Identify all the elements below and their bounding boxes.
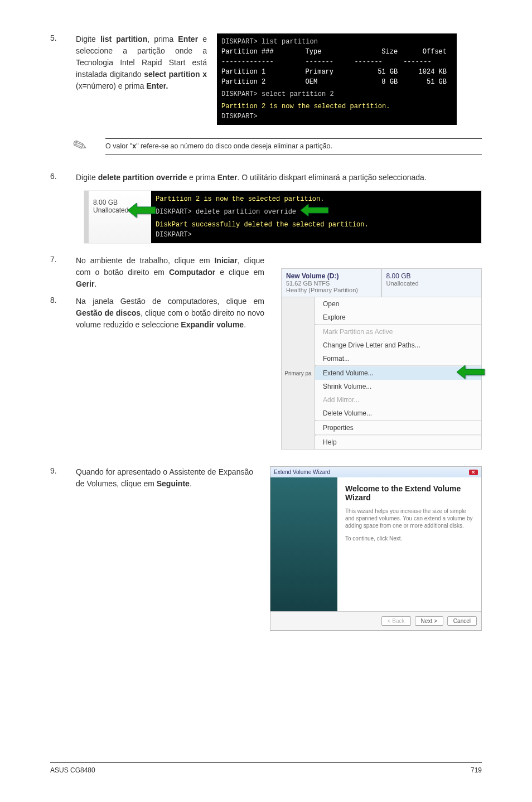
green-arrow-icon [457, 365, 485, 380]
menu-mark-active: Mark Partition as Active [315, 325, 481, 339]
disk-management-panel: New Volume (D:) 51.62 GB NTFS Healthy (P… [281, 268, 482, 450]
step6-text: Digite delete partition override e prima… [76, 172, 482, 183]
close-icon[interactable]: ✕ [469, 470, 478, 475]
green-arrow-icon [301, 204, 328, 220]
menu-extend-volume[interactable]: Extend Volume... [315, 366, 481, 380]
menu-explore[interactable]: Explore [315, 311, 481, 324]
menu-add-mirror: Add Mirror... [315, 393, 481, 407]
primary-partition-label: Primary pa [282, 297, 315, 449]
wizard-desc: This wizard helps you increase the size … [345, 508, 473, 529]
footer-page: 719 [471, 766, 482, 774]
wizard-heading: Welcome to the Extend Volume Wizard [345, 484, 473, 502]
step8-text: Na janela Gestão de computadores, clique… [76, 296, 264, 331]
next-button[interactable]: Next > [415, 616, 443, 626]
cancel-button[interactable]: Cancel [447, 616, 477, 626]
step6-num: 6. [50, 172, 66, 183]
svg-marker-1 [301, 204, 328, 216]
step5-num: 5. [50, 33, 66, 125]
menu-open[interactable]: Open [315, 297, 481, 311]
extend-volume-wizard: Extend Volume Wizard ✕ Welcome to the Ex… [270, 466, 482, 631]
context-menu: Open Explore Mark Partition as Active Ch… [315, 297, 481, 449]
menu-delete-volume[interactable]: Delete Volume... [315, 407, 481, 420]
unallocated-header[interactable]: 8.00 GB Unallocated [382, 269, 482, 297]
wizard-side-graphic [270, 477, 337, 611]
green-arrow-icon [128, 203, 156, 219]
menu-shrink-volume[interactable]: Shrink Volume... [315, 380, 481, 393]
step7-text: No ambiente de trabalho, clique em Inici… [76, 255, 264, 290]
menu-help[interactable]: Help [315, 436, 481, 449]
step9-text: Quando for apresentado o Assistente de E… [76, 466, 253, 490]
menu-change-drive[interactable]: Change Drive Letter and Paths... [315, 339, 481, 352]
menu-format[interactable]: Format... [315, 352, 481, 365]
step9-num: 9. [50, 466, 66, 490]
step8-num: 8. [50, 296, 66, 331]
pen-icon: ✎ [70, 132, 94, 157]
note-block: ✎ O valor "x" refere-se ao número do dis… [50, 135, 482, 155]
footer-left: ASUS CG8480 [50, 766, 95, 774]
volume-header[interactable]: New Volume (D:) 51.62 GB NTFS Healthy (P… [282, 269, 382, 297]
step5-text: Digite list partition, prima Enter e sel… [76, 33, 207, 125]
svg-marker-2 [457, 365, 485, 379]
diskpart-terminal-2: Partition 2 is now the selected partitio… [151, 191, 481, 243]
unallocated-box: 8.00 GB Unallocated [84, 191, 151, 243]
note-text: O valor "x" refere-se ao número do disco… [105, 142, 482, 150]
diskpart-terminal-1: DISKPART> list partition Partition ### T… [217, 33, 457, 125]
svg-marker-0 [128, 203, 156, 218]
back-button: < Back [381, 616, 411, 626]
step7-num: 7. [50, 255, 66, 290]
menu-properties[interactable]: Properties [315, 421, 481, 434]
wizard-title: Extend Volume Wizard [274, 469, 330, 475]
wizard-continue: To continue, click Next. [345, 535, 473, 542]
